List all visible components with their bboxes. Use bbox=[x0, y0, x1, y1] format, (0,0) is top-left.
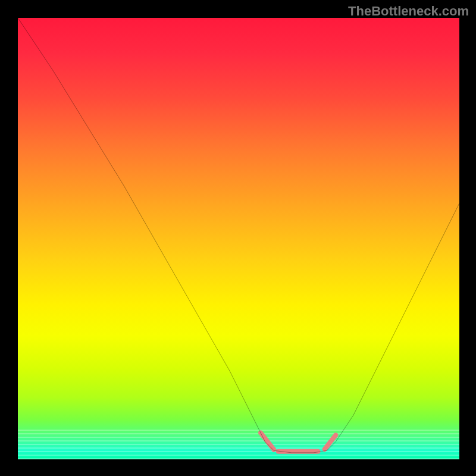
watermark-text: TheBottleneck.com bbox=[348, 4, 469, 19]
highlight-segment bbox=[261, 433, 274, 449]
chart-area bbox=[18, 18, 459, 459]
chart-svg bbox=[18, 18, 459, 459]
bottleneck-curve bbox=[18, 18, 459, 453]
